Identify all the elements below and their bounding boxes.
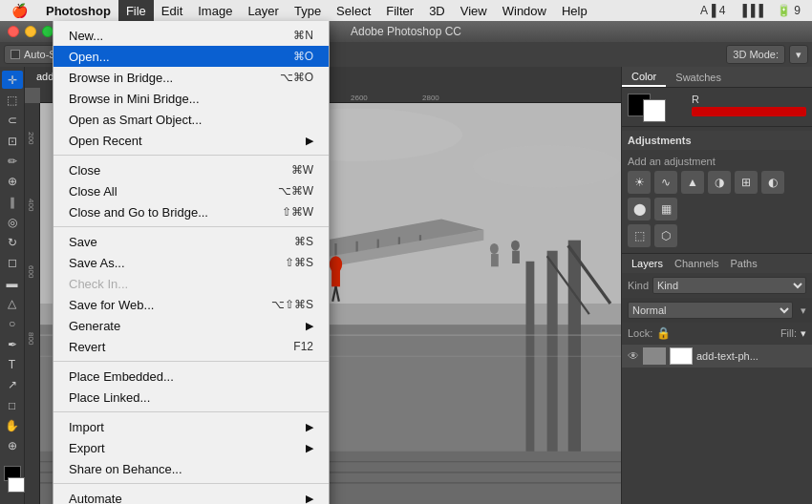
blend-mode-select[interactable]: Normal (628, 302, 793, 319)
menu-item-check-in: Check In... (53, 273, 329, 294)
menu-item-import[interactable]: Import ▶ (53, 416, 329, 437)
3d-mode-label: 3D Mode: (726, 45, 785, 64)
ps-window-title: Adobe Photoshop CC (351, 25, 461, 38)
adjustments-content: Add an adjustment ☀ ∿ ▲ ◑ ⊞ ◐ ⬤ ▦ ⬚ ⬡ (622, 150, 812, 253)
adjustment-icons-row: ☀ ∿ ▲ ◑ ⊞ ◐ ⬤ ▦ (628, 171, 806, 220)
menu-file[interactable]: File (118, 0, 154, 21)
menu-item-save-as[interactable]: Save As... ⇧⌘S (53, 252, 329, 273)
adj-panel-btn2[interactable]: ⬡ (654, 224, 677, 247)
eraser-tool[interactable]: ◻ (2, 254, 23, 272)
file-dropdown-menu: New... ⌘N Open... ⌘O Browse in Bridge...… (53, 21, 330, 504)
blur-tool[interactable]: △ (2, 294, 23, 312)
menu-item-close-bridge[interactable]: Close and Go to Bridge... ⇧⌘W (53, 201, 329, 222)
add-adjustment-label: Add an adjustment (628, 156, 806, 167)
svg-point-31 (490, 243, 499, 254)
tab-channels[interactable]: Channels (671, 258, 722, 269)
wifi-signal: ▐▐▐ (735, 4, 767, 17)
menu-window[interactable]: Window (495, 0, 554, 21)
background-swatch[interactable] (643, 99, 666, 122)
layer-name[interactable]: add-text-ph... (696, 350, 806, 362)
menu-item-close[interactable]: Close ⌘W (53, 159, 329, 180)
crop-tool[interactable]: ⊡ (2, 132, 23, 150)
hand-tool[interactable]: ✋ (2, 416, 23, 434)
healing-tool[interactable]: ⊕ (2, 173, 23, 191)
select-tool[interactable]: ⬚ (2, 91, 23, 109)
menu-type[interactable]: Type (287, 0, 329, 21)
adj-color-balance[interactable]: ⊞ (735, 171, 758, 194)
menu-item-export[interactable]: Export ▶ (53, 437, 329, 458)
menu-filter[interactable]: Filter (378, 0, 421, 21)
clone-tool[interactable]: ◎ (2, 213, 23, 231)
layers-controls: Kind Kind (622, 273, 812, 298)
svg-rect-34 (512, 251, 520, 263)
menu-item-new[interactable]: New... ⌘N (53, 25, 329, 46)
tab-color[interactable]: Color (622, 67, 666, 87)
menu-item-open[interactable]: Open... ⌘O (53, 46, 329, 67)
color-divider (622, 126, 812, 127)
adj-levels[interactable]: ▲ (681, 171, 704, 194)
app-name: Photoshop (38, 4, 118, 18)
close-button[interactable] (8, 26, 19, 37)
shape-tool[interactable]: □ (2, 396, 23, 414)
tab-paths[interactable]: Paths (727, 258, 761, 269)
layer-row-1[interactable]: 👁 add-text-ph... (622, 344, 812, 368)
tab-layers[interactable]: Layers (628, 258, 667, 269)
move-tool[interactable]: ✛ (2, 71, 23, 89)
menu-item-place-linked[interactable]: Place Linked... (53, 387, 329, 408)
ruler-left: 200 400 600 800 (25, 103, 40, 504)
type-tool[interactable]: T (2, 355, 23, 373)
adj-hue[interactable]: ◑ (708, 171, 731, 194)
menu-item-browse-bridge[interactable]: Browse in Bridge... ⌥⌘O (53, 67, 329, 88)
menu-image[interactable]: Image (190, 0, 240, 21)
zoom-tool[interactable]: ⊕ (2, 437, 23, 455)
menu-item-save[interactable]: Save ⌘S (53, 231, 329, 252)
history-tool[interactable]: ↻ (2, 234, 23, 252)
minimize-button[interactable] (25, 26, 36, 37)
menu-edit[interactable]: Edit (154, 0, 190, 21)
menu-item-close-all[interactable]: Close All ⌥⌘W (53, 180, 329, 201)
menu-help[interactable]: Help (554, 0, 595, 21)
menu-item-open-smart[interactable]: Open as Smart Object... (53, 109, 329, 130)
menu-item-share-behance[interactable]: Share on Behance... (53, 458, 329, 479)
menu-item-generate[interactable]: Generate ▶ (53, 315, 329, 336)
menu-layer[interactable]: Layer (240, 0, 287, 21)
menu-3d[interactable]: 3D (421, 0, 453, 21)
lock-fill-row: Lock: 🔒 Fill: ▾ (622, 323, 812, 344)
kind-select[interactable]: Kind (652, 277, 806, 294)
brush-tool[interactable]: ∥ (2, 193, 23, 211)
menu-item-save-web[interactable]: Save for Web... ⌥⇧⌘S (53, 294, 329, 315)
svg-point-37 (473, 145, 621, 187)
pen-tool[interactable]: ✒ (2, 335, 23, 353)
menu-item-place-embedded[interactable]: Place Embedded... (53, 366, 329, 387)
lock-icon[interactable]: 🔒 (656, 326, 671, 340)
menu-item-browse-mini-bridge[interactable]: Browse in Mini Bridge... (53, 88, 329, 109)
layers-panel-tabs: Layers Channels Paths (622, 253, 812, 273)
adj-brightness[interactable]: ☀ (628, 171, 651, 194)
adj-gradient-map[interactable]: ▦ (654, 198, 677, 220)
adj-photo-filter[interactable]: ⬤ (628, 198, 651, 220)
path-select-tool[interactable]: ↗ (2, 376, 23, 394)
eyedropper-tool[interactable]: ✏ (2, 152, 23, 170)
dodge-tool[interactable]: ○ (2, 315, 23, 333)
adj-curves[interactable]: ∿ (654, 171, 677, 194)
menu-item-revert[interactable]: Revert F12 (53, 336, 329, 357)
left-toolbar: ✛ ⬚ ⊂ ⊡ ✏ ⊕ ∥ ◎ ↻ ◻ ▬ △ ○ ✒ T ↗ □ ✋ ⊕ (0, 67, 25, 504)
layer-visibility-icon[interactable]: 👁 (628, 349, 639, 363)
fill-value: ▾ (801, 327, 806, 340)
color-section: R (622, 88, 812, 122)
apple-menu[interactable]: 🍎 (0, 0, 38, 21)
right-panel: Color Swatches R Adjustments Add (621, 67, 812, 504)
background-color[interactable] (8, 477, 25, 493)
tab-swatches[interactable]: Swatches (666, 67, 731, 87)
color-swatches-row: R (628, 94, 806, 116)
adj-panel-btn1[interactable]: ⬚ (628, 224, 651, 247)
menu-select[interactable]: Select (329, 0, 378, 21)
menu-item-open-recent[interactable]: Open Recent ▶ (53, 130, 329, 151)
gradient-tool[interactable]: ▬ (2, 274, 23, 292)
menu-item-automate[interactable]: Automate ▶ (53, 488, 329, 504)
adj-black-white[interactable]: ◐ (761, 171, 784, 194)
menu-view[interactable]: View (453, 0, 495, 21)
3d-mode-select[interactable]: ▾ (789, 45, 808, 64)
lasso-tool[interactable]: ⊂ (2, 112, 23, 130)
color-r-slider[interactable] (692, 107, 806, 116)
